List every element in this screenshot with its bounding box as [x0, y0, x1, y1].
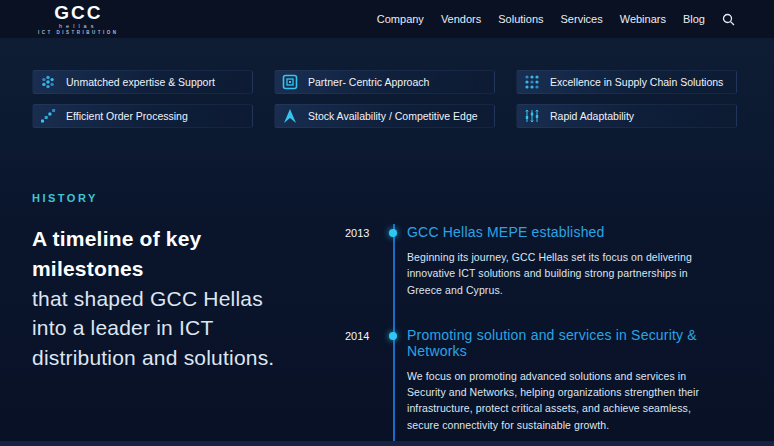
timeline-entry-title[interactable]: GCC Hellas MEPE established — [407, 224, 742, 240]
dot-grid-icon — [523, 73, 541, 91]
feature-label: Rapid Adaptability — [550, 110, 634, 122]
feature-label: Unmatched expertise & Support — [66, 76, 215, 88]
nav-item-services[interactable]: Services — [561, 13, 603, 25]
timeline-entry-description: We focus on promoting advanced solutions… — [407, 368, 725, 433]
nav-item-company[interactable]: Company — [377, 13, 424, 25]
timeline-entry-2013: 2013 GCC Hellas MEPE established Beginni… — [407, 224, 742, 298]
nav-item-blog[interactable]: Blog — [683, 13, 705, 25]
page-body: Unmatched expertise & Support Partner- C… — [0, 38, 774, 446]
logo-title: GCC — [54, 3, 102, 22]
history-eyebrow-label: HISTORY — [32, 192, 332, 204]
main-nav: Company Vendors Solutions Services Webin… — [377, 12, 736, 26]
timeline-entry-title[interactable]: Promoting solution and services in Secur… — [407, 327, 742, 359]
feature-label: Partner- Centric Approach — [308, 76, 429, 88]
timeline-dot — [389, 332, 397, 340]
logo-tagline: ICT DISTRIBUTION — [38, 31, 119, 36]
feature-label: Excellence in Supply Chain Solutions — [550, 76, 723, 88]
feature-badges-grid: Unmatched expertise & Support Partner- C… — [0, 38, 774, 128]
feature-label: Stock Availability / Competitive Edge — [308, 110, 478, 122]
feature-supply-chain: Excellence in Supply Chain Solutions — [516, 70, 737, 94]
feature-rapid-adaptability: Rapid Adaptability — [516, 104, 737, 128]
arrow-up-icon — [281, 107, 299, 125]
concentric-squares-icon — [281, 73, 299, 91]
feature-unmatched-expertise: Unmatched expertise & Support — [32, 70, 253, 94]
ascending-dots-icon — [39, 107, 57, 125]
history-headline: A timeline of key milestones that shaped… — [32, 224, 300, 373]
headline-rest: that shaped GCC Hellas into a leader in … — [32, 287, 274, 370]
gcc-hellas-logo[interactable]: GCC Hellas ICT DISTRIBUTION — [38, 3, 119, 36]
top-navigation-bar: GCC Hellas ICT DISTRIBUTION Company Vend… — [0, 0, 774, 38]
dots-cluster-icon — [39, 73, 57, 91]
bottom-section-edge — [0, 441, 774, 446]
sliders-icon — [523, 107, 541, 125]
nav-item-vendors[interactable]: Vendors — [441, 13, 481, 25]
logo-subtitle: Hellas — [59, 24, 97, 30]
nav-item-solutions[interactable]: Solutions — [498, 13, 543, 25]
timeline-entry-2014: 2014 Promoting solution and services in … — [407, 327, 742, 433]
timeline: 2013 GCC Hellas MEPE established Beginni… — [332, 224, 742, 446]
search-icon[interactable] — [722, 12, 736, 26]
feature-partner-centric: Partner- Centric Approach — [274, 70, 495, 94]
history-section: HISTORY A timeline of key milestones tha… — [0, 128, 774, 446]
nav-item-webinars[interactable]: Webinars — [620, 13, 666, 25]
feature-label: Efficient Order Processing — [66, 110, 188, 122]
timeline-year: 2013 — [345, 227, 395, 239]
feature-order-processing: Efficient Order Processing — [32, 104, 253, 128]
headline-bold: A timeline of key milestones — [32, 224, 300, 284]
timeline-entry-description: Beginning its journey, GCC Hellas set it… — [407, 249, 725, 298]
history-intro: HISTORY A timeline of key milestones tha… — [32, 192, 332, 446]
feature-stock-availability: Stock Availability / Competitive Edge — [274, 104, 495, 128]
timeline-year: 2014 — [345, 330, 395, 342]
timeline-dot — [389, 229, 397, 237]
